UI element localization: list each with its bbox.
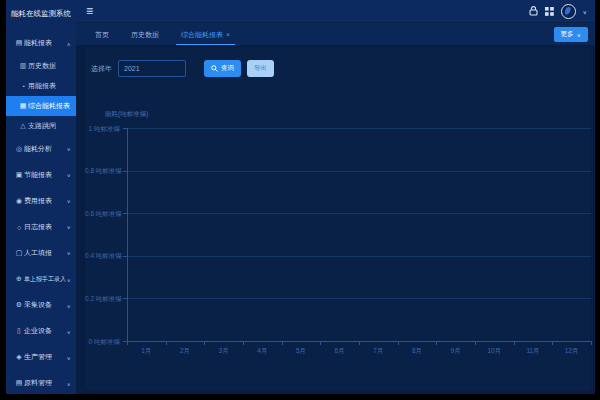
x-tick-label: 1月: [131, 347, 161, 356]
avatar[interactable]: [561, 4, 576, 19]
sidebar-item-energy-analysis[interactable]: ◎能耗分析∨: [6, 136, 76, 162]
x-axis-tick: [591, 342, 592, 345]
sidebar-item-label: 单上报手工录入: [24, 275, 66, 284]
sidebar-item-label: 历史数据: [28, 61, 56, 71]
chevron-down-icon: ∨: [67, 302, 71, 308]
sidebar-item-cost-report[interactable]: ◉费用报表∨: [6, 188, 76, 214]
x-axis-tick: [475, 342, 476, 345]
sidebar-item-branch-trip[interactable]: △支路跳闸: [6, 116, 76, 136]
manual-fill-icon: ▢: [14, 249, 24, 257]
sidebar-item-label: 生产管理: [24, 352, 52, 362]
sidebar-item-label: 能耗分析: [24, 144, 52, 154]
x-tick-label: 6月: [325, 347, 355, 356]
sidebar-item-production-mgmt[interactable]: ◈生产管理∨: [6, 344, 76, 370]
x-tick-label: 2月: [170, 347, 200, 356]
production-icon: ◈: [14, 353, 24, 361]
x-axis-tick: [398, 342, 399, 345]
chevron-down-icon: ∨: [577, 32, 581, 38]
gear-icon: ⚙: [14, 301, 24, 309]
sidebar-item-material-mgmt[interactable]: ▤原料管理∨: [6, 370, 76, 394]
tab-1[interactable]: 历史数据: [120, 23, 170, 46]
x-tick-label: 5月: [286, 347, 316, 356]
header-actions: ∨: [529, 0, 587, 22]
collapse-menu-icon[interactable]: ≡: [86, 4, 93, 18]
tab-2[interactable]: 综合能耗报表×: [170, 23, 241, 46]
x-tick-label: 9月: [441, 347, 471, 356]
saving-report-icon: ▣: [14, 171, 24, 179]
sidebar-item-label: 能耗报表: [24, 38, 52, 48]
x-axis-tick: [552, 342, 553, 345]
tabs: 首页历史数据综合能耗报表×: [84, 23, 241, 46]
sidebar-menu: ▤能耗报表∧▥历史数据◔用能报表▦综合能耗报表△支路跳闸◎能耗分析∨▣节能报表∨…: [6, 30, 76, 394]
x-axis-tick: [514, 342, 515, 345]
sidebar-item-enterprise-device[interactable]: ▯企业设备∨: [6, 318, 76, 344]
chevron-down-icon: ∨: [67, 250, 71, 256]
sidebar-item-label: 采集设备: [24, 300, 52, 310]
tab-bar: 首页历史数据综合能耗报表× 更多 ∨: [76, 22, 595, 46]
gridline: [127, 213, 591, 214]
sidebar-item-energy-saving-report[interactable]: ▣节能报表∨: [6, 162, 76, 188]
y-tick-label: 0.6 吨标准煤: [85, 210, 120, 219]
sidebar-item-label: 费用报表: [24, 196, 52, 206]
log-report-icon: ○: [14, 224, 24, 231]
lock-icon[interactable]: [529, 6, 538, 16]
sidebar-item-label: 节能报表: [24, 170, 52, 180]
x-axis-tick: [282, 342, 283, 345]
sidebar-item-energy-use-report[interactable]: ◔用能报表: [6, 76, 76, 96]
gridline: [127, 128, 591, 129]
sidebar-item-comprehensive-report[interactable]: ▦综合能耗报表: [6, 96, 76, 116]
x-axis-tick: [320, 342, 321, 345]
sidebar-item-history-data[interactable]: ▥历史数据: [6, 56, 76, 76]
more-button-label: 更多: [561, 30, 574, 39]
sidebar-item-label: 企业设备: [24, 326, 52, 336]
energy-line-chart: 能耗(吨标准煤)1 吨标准煤0.8 吨标准煤0.6 吨标准煤0.4 吨标准煤0.…: [85, 48, 590, 390]
gridline: [127, 256, 591, 257]
tab-label: 历史数据: [131, 30, 159, 40]
droplet-icon: ◔: [18, 83, 28, 90]
x-tick-label: 11月: [518, 347, 548, 356]
chevron-down-icon: ∨: [67, 354, 71, 360]
main-area: ≡ ∨: [76, 0, 595, 394]
sidebar-item-manual-fill[interactable]: ▢人工填报∨: [6, 240, 76, 266]
x-axis-tick: [204, 342, 205, 345]
chevron-up-icon: ∧: [67, 40, 71, 46]
close-tab-icon[interactable]: ×: [226, 31, 230, 38]
sidebar-item-manual-entry[interactable]: ⊕单上报手工录入∨: [6, 266, 76, 292]
chevron-down-icon[interactable]: ∨: [583, 8, 587, 14]
more-button[interactable]: 更多 ∨: [554, 27, 588, 42]
y-tick-label: 1 吨标准煤: [85, 125, 120, 134]
sidebar-item-energy-report[interactable]: ▤能耗报表∧: [6, 30, 76, 56]
x-tick-label: 4月: [247, 347, 277, 356]
x-tick-label: 12月: [557, 347, 587, 356]
chevron-down-icon: ∨: [67, 224, 71, 230]
chevron-down-icon: ∨: [67, 328, 71, 334]
y-tick-label: 0.2 吨标准煤: [85, 295, 120, 304]
y-tick-label: 0.4 吨标准煤: [85, 252, 120, 261]
chevron-down-icon: ∨: [67, 198, 71, 204]
report-icon: ▤: [14, 39, 24, 47]
x-tick-label: 7月: [363, 347, 393, 356]
app-window: 能耗在线监测系统 ▤能耗报表∧▥历史数据◔用能报表▦综合能耗报表△支路跳闸◎能耗…: [6, 0, 595, 394]
sidebar-item-label: 原料管理: [24, 378, 52, 388]
sidebar-item-collect-device[interactable]: ⚙采集设备∨: [6, 292, 76, 318]
content-area: 选择年 查询 导出 能耗(吨标准煤)1 吨标准煤0.8 吨标准煤0.6 吨标准煤…: [76, 45, 595, 394]
x-axis-tick: [127, 342, 128, 345]
x-tick-label: 3月: [209, 347, 239, 356]
tab-0[interactable]: 首页: [84, 23, 120, 46]
x-tick-label: 10月: [479, 347, 509, 356]
sidebar-item-log-report[interactable]: ○日志报表∨: [6, 214, 76, 240]
top-header: ≡ ∨: [76, 0, 595, 22]
chevron-down-icon: ∨: [67, 146, 71, 152]
x-tick-label: 8月: [402, 347, 432, 356]
sidebar-item-label: 综合能耗报表: [28, 101, 70, 111]
x-axis-tick: [166, 342, 167, 345]
manual-entry-icon: ⊕: [14, 275, 24, 283]
analysis-icon: ◎: [14, 145, 24, 153]
app-title: 能耗在线监测系统: [6, 0, 76, 28]
report-card: 选择年 查询 导出 能耗(吨标准煤)1 吨标准煤0.8 吨标准煤0.6 吨标准煤…: [85, 48, 590, 390]
grid-icon[interactable]: [545, 7, 554, 16]
y-axis-line: [127, 128, 128, 341]
tab-label: 综合能耗报表: [181, 30, 223, 40]
gridline: [127, 171, 591, 172]
chart-axis-title: 能耗(吨标准煤): [105, 110, 148, 119]
